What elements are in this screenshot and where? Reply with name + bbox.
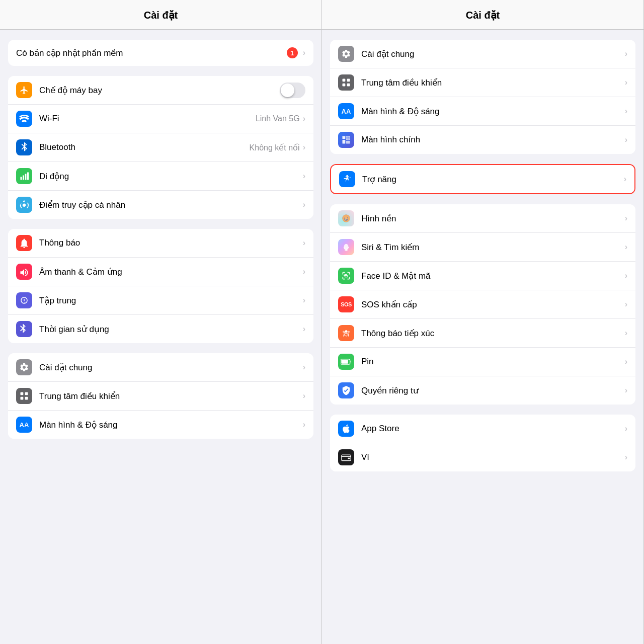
hotspot-chevron: › (303, 200, 305, 209)
left-panel-content: Có bản cập nhật phần mềm 1 › Chế độ máy … (0, 30, 321, 644)
notifications-label: Thông báo (39, 238, 303, 248)
right-group1: Cài đặt chung › Trung tâm điều khiển › A… (330, 40, 635, 154)
siri-chevron: › (625, 243, 627, 252)
focus-row[interactable]: Tập trung › (8, 286, 313, 315)
faceid-chevron: › (625, 271, 627, 280)
screentime-icon (16, 321, 32, 337)
accessibility-chevron: › (624, 175, 626, 184)
sos-icon: SOS (338, 296, 354, 312)
homescreen-row[interactable]: Màn hình chính › (330, 126, 635, 154)
notifications-icon (16, 235, 32, 251)
display-label-right: Màn hình & Độ sáng (361, 106, 625, 117)
notifications-row[interactable]: Thông báo › (8, 229, 313, 258)
display-chevron-left: › (303, 420, 305, 429)
appstore-chevron: › (625, 424, 627, 433)
battery-icon (338, 354, 354, 370)
privacy-chevron: › (625, 386, 627, 395)
svg-rect-16 (346, 138, 348, 140)
sounds-row[interactable]: Âm thanh & Cảm ứng › (8, 258, 313, 286)
wifi-icon (16, 111, 32, 127)
update-group: Có bản cập nhật phần mềm 1 › (8, 40, 313, 66)
homescreen-label: Màn hình chính (361, 135, 625, 145)
siri-row[interactable]: Siri & Tìm kiếm › (330, 233, 635, 262)
wallpaper-icon (338, 210, 354, 226)
toggle-knob (281, 84, 294, 97)
general-row-left[interactable]: Cài đặt chung › (8, 353, 313, 382)
wallet-icon (338, 449, 354, 465)
bluetooth-label: Bluetooth (39, 142, 250, 152)
wallpaper-chevron: › (625, 214, 627, 223)
svg-rect-9 (343, 79, 346, 82)
hotspot-icon (16, 197, 32, 213)
left-panel-title: Cài đặt (10, 9, 311, 21)
update-label: Có bản cập nhật phần mềm (16, 48, 287, 58)
appstore-icon (338, 421, 354, 437)
right-panel-header: Cài đặt (322, 0, 643, 30)
general-label-right: Cài đặt chung (361, 49, 625, 59)
appstore-row[interactable]: App Store › (330, 415, 635, 443)
svg-point-24 (345, 275, 346, 276)
siri-label: Siri & Tìm kiếm (361, 242, 625, 253)
screentime-row[interactable]: Thời gian sử dụng › (8, 315, 313, 343)
sounds-chevron: › (303, 267, 305, 276)
wallet-row[interactable]: Ví › (330, 443, 635, 471)
display-row-left[interactable]: AA Màn hình & Độ sáng › (8, 411, 313, 439)
faceid-label: Face ID & Mật mã (361, 271, 625, 281)
notifications-chevron: › (303, 238, 305, 248)
homescreen-icon (338, 132, 354, 148)
accessibility-label: Trợ năng (362, 174, 624, 185)
svg-rect-0 (21, 177, 22, 180)
svg-rect-12 (347, 84, 350, 87)
sos-row[interactable]: SOS SOS khẩn cấp › (330, 290, 635, 319)
privacy-icon (338, 382, 354, 398)
privacy-label: Quyền riêng tư (361, 385, 625, 396)
display-row-right[interactable]: AA Màn hình & Độ sáng › (330, 97, 635, 126)
accessibility-group: Trợ năng › (330, 164, 635, 194)
cellular-chevron: › (303, 172, 305, 181)
sos-chevron: › (625, 300, 627, 309)
hotspot-row[interactable]: Điểm truy cập cá nhân › (8, 191, 313, 219)
display-chevron-right: › (625, 107, 627, 116)
right-group3: App Store › Ví › (330, 415, 635, 471)
svg-point-20 (346, 175, 348, 177)
siri-icon (338, 239, 354, 255)
contact-chevron: › (625, 329, 627, 338)
svg-point-25 (347, 275, 348, 276)
privacy-row[interactable]: Quyền riêng tư › (330, 376, 635, 405)
accessibility-icon (339, 171, 355, 187)
wallpaper-row[interactable]: Hình nền › (330, 204, 635, 233)
svg-rect-32 (341, 360, 348, 364)
airplane-row[interactable]: Chế độ máy bay (8, 76, 313, 105)
cellular-row[interactable]: Di động › (8, 162, 313, 191)
right-panel: Cài đặt Cài đặt chung › Trung tâm điều k… (322, 0, 644, 644)
accessibility-row[interactable]: Trợ năng › (331, 165, 634, 193)
bluetooth-row[interactable]: Bluetooth Không kết nối › (8, 133, 313, 162)
contact-row[interactable]: Thông báo tiếp xúc › (330, 319, 635, 348)
battery-label: Pin (361, 357, 625, 367)
faceid-row[interactable]: Face ID & Mật mã › (330, 262, 635, 290)
svg-rect-7 (21, 397, 24, 400)
wallpaper-label: Hình nền (361, 213, 625, 224)
wallet-label: Ví (361, 452, 625, 462)
right-group2: Hình nền › Siri & Tìm kiếm › Face ID & M… (330, 204, 635, 405)
airplane-toggle[interactable] (280, 83, 305, 98)
general-row-right[interactable]: Cài đặt chung › (330, 40, 635, 68)
wifi-row[interactable]: Wi-Fi Linh Van 5G › (8, 105, 313, 133)
wifi-value: Linh Van 5G (256, 114, 300, 123)
update-row[interactable]: Có bản cập nhật phần mềm 1 › (8, 40, 313, 66)
focus-chevron: › (303, 296, 305, 305)
update-badge: 1 (287, 47, 298, 58)
hotspot-label: Điểm truy cập cá nhân (39, 200, 303, 210)
control-row-right[interactable]: Trung tâm điều khiển › (330, 68, 635, 97)
svg-rect-1 (23, 176, 24, 180)
cellular-label: Di động (39, 171, 303, 182)
control-row-left[interactable]: Trung tâm điều khiển › (8, 382, 313, 411)
homescreen-chevron: › (625, 135, 627, 144)
control-icon-right (338, 74, 354, 91)
display-label-left: Màn hình & Độ sáng (39, 420, 303, 430)
control-icon-left (16, 388, 32, 404)
control-chevron-right: › (625, 78, 627, 87)
battery-row[interactable]: Pin › (330, 348, 635, 376)
svg-rect-15 (348, 136, 350, 138)
appstore-label: App Store (361, 424, 625, 434)
